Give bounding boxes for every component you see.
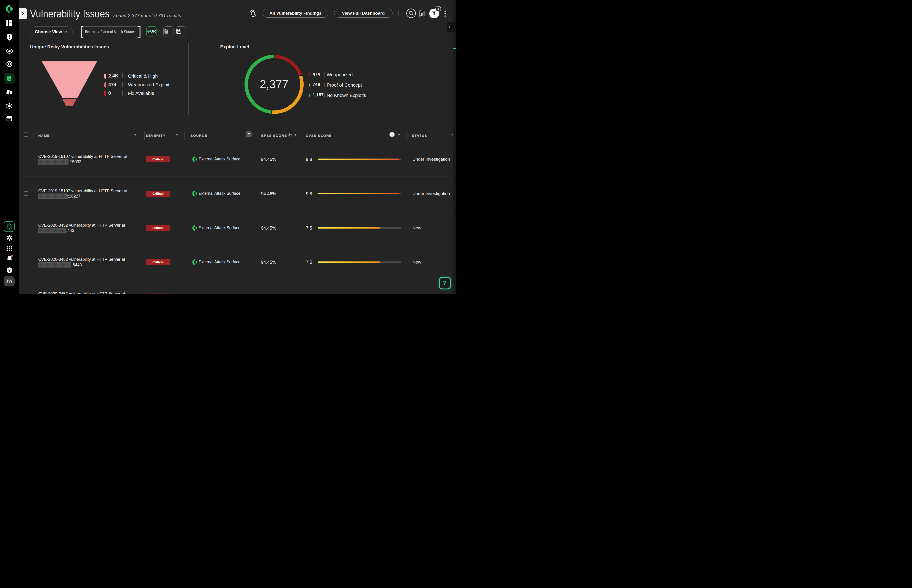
svg-text:?: ? xyxy=(8,268,11,272)
svg-text:2,377: 2,377 xyxy=(260,78,288,91)
